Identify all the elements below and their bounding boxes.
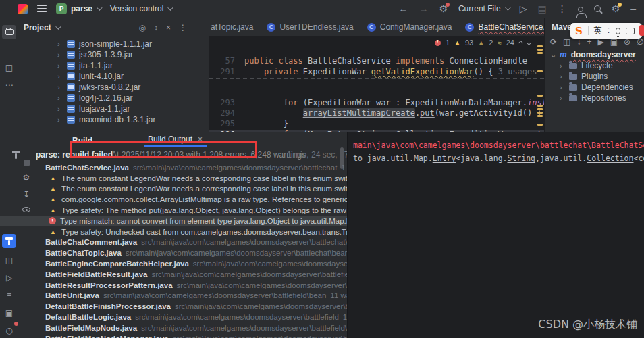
build-tree-row[interactable]: BattleFieldBattleResult.java src\main\ja… <box>0 269 347 280</box>
structure-tool-icon[interactable]: ◫ <box>2 60 16 74</box>
project-tree-item[interactable]: › maxmind-db-1.3.1.jar <box>18 114 209 125</box>
expand-all-icon[interactable]: ↕ <box>154 23 158 32</box>
code-with-me-icon[interactable] <box>578 4 583 14</box>
chevron-right-icon[interactable]: › <box>57 51 63 59</box>
build-tree-row[interactable]: Type mismatch: cannot convert from eleme… <box>0 216 347 226</box>
msg-link[interactable]: String <box>508 153 536 163</box>
run-configuration-select[interactable]: Current File <box>458 4 509 14</box>
run-button[interactable]: ▷ <box>520 4 527 14</box>
maven-tree-node[interactable]: › Plugins <box>550 71 644 82</box>
terminal-tool-icon[interactable]: ▣ <box>2 306 16 320</box>
sogou-logo[interactable]: S <box>575 25 583 37</box>
maven-toolbar-icon[interactable]: ◫ <box>563 37 570 47</box>
chevron-right-icon[interactable]: › <box>57 116 63 124</box>
editor-tab[interactable]: atTopic.java <box>209 18 260 36</box>
build-tree-row[interactable]: BattleResultProcessorPattern.java src\ma… <box>0 280 347 291</box>
project-panel-title[interactable]: Project <box>24 23 51 32</box>
build-tree-row[interactable]: The enum constant LegendWar needs a corr… <box>0 173 347 184</box>
inspections-widget-icon[interactable]: ⚙ <box>439 4 448 14</box>
stripe-mark[interactable] <box>537 95 543 97</box>
collapse-all-icon[interactable]: × <box>166 23 171 32</box>
build-project-icon[interactable]: ▤ <box>537 4 546 14</box>
project-widget[interactable]: P parse <box>56 3 101 14</box>
build-tool-icon[interactable] <box>2 234 16 248</box>
build-status-row[interactable]: parse: rebuild failed At 2025/11/12 20:0… <box>0 149 347 160</box>
build-tree-row[interactable]: BattleChatTopic.java src\main\java\com\c… <box>0 247 347 258</box>
build-tree-row[interactable]: BattleChatService.java src\main\java\com… <box>0 162 347 173</box>
chevron-right-icon[interactable]: › <box>560 72 565 80</box>
history-tool-icon[interactable]: ◷ <box>2 323 16 337</box>
minimize-button[interactable]: – <box>630 4 636 14</box>
keyboard-icon[interactable] <box>626 28 635 34</box>
build-tree-row[interactable]: BattleFieldMapNodeManager.java src\main\… <box>0 333 347 338</box>
ime-toolbar[interactable]: S 英 ⁚ <box>570 23 642 39</box>
maven-toolbar-icon[interactable]: + <box>587 37 591 47</box>
services-tool-icon[interactable]: ◫ <box>2 253 16 267</box>
build-tree-row[interactable]: DefaultBattleLogic.java src\main\java\co… <box>0 312 347 322</box>
build-tree-row[interactable]: BattleChatComment.java src\main\java\com… <box>0 237 347 248</box>
more-tool-windows-icon[interactable]: ⋯ <box>2 78 16 92</box>
maven-root-node[interactable]: ⌄ m doomsdayserver <box>550 49 644 60</box>
editor-tab[interactable]: C UserTDEndless.java <box>260 18 360 36</box>
editor-tab[interactable]: C ConfigManager.java <box>360 18 459 36</box>
stripe-mark[interactable] <box>537 52 543 54</box>
stripe-mark[interactable] <box>537 115 543 117</box>
stripe-mark[interactable] <box>537 49 543 51</box>
project-tree-item[interactable]: › junit-4.10.jar <box>18 71 209 82</box>
chevron-right-icon[interactable]: › <box>57 40 63 48</box>
forward-button[interactable]: → <box>419 4 428 14</box>
msg-link[interactable]: Entry <box>433 153 456 163</box>
hide-panel-icon[interactable]: — <box>195 23 203 32</box>
chevron-expanded-icon[interactable]: ⌄ <box>550 51 556 59</box>
build-tree-row[interactable]: Type safety: The method put(java.lang.Ob… <box>0 205 347 216</box>
build-tree-row[interactable]: BattleFieldMapNode.java src\main\java\co… <box>0 322 347 333</box>
inspections-widget[interactable]: 1 ▲ 93 ▲ 2 ≈ 24 <box>432 39 533 47</box>
close-icon[interactable]: × <box>198 135 203 144</box>
build-window-label[interactable]: Build <box>72 136 92 145</box>
maven-toolbar-icon[interactable]: ⟳ <box>550 37 557 47</box>
maven-toolbar-icon[interactable]: ⊘ <box>624 37 630 47</box>
project-tool-icon[interactable] <box>2 25 16 39</box>
project-tree-item[interactable]: › json-simple-1.1.1.jar <box>18 39 209 49</box>
stripe-mark[interactable] <box>537 112 543 114</box>
project-tree-item[interactable]: › jsr305-1.3.9.jar <box>18 49 209 60</box>
chevron-right-icon[interactable]: › <box>560 94 565 102</box>
settings-gear-icon[interactable]: ⚙ <box>612 4 620 14</box>
prev-problem-icon[interactable] <box>518 40 523 45</box>
build-tree-row[interactable]: The enum constant LegendWar needs a corr… <box>0 184 347 195</box>
build-tree-row[interactable]: Type safety: Unchecked cast from com.cam… <box>0 226 347 237</box>
stripe-mark[interactable] <box>537 70 543 72</box>
ime-tools-icon[interactable]: ⁚ <box>608 26 611 35</box>
search-everywhere-icon[interactable] <box>594 4 601 14</box>
build-tree-row[interactable]: BattleUnit.java src\main\java\com\camelg… <box>0 291 347 301</box>
stripe-mark[interactable] <box>537 108 543 110</box>
code-editor[interactable]: 57public class BattleChatService impleme… <box>209 37 544 132</box>
next-problem-icon[interactable] <box>527 40 531 45</box>
project-tree-item[interactable]: › log4j-1.2.16.jar <box>18 93 209 103</box>
microphone-icon[interactable] <box>616 28 620 34</box>
chevron-right-icon[interactable]: › <box>560 62 565 70</box>
chevron-right-icon[interactable]: › <box>57 94 63 102</box>
build-tree-row[interactable]: BattleEngineCompareBatchHelper.java src\… <box>0 258 347 269</box>
build-tree-row[interactable]: DefaultBattleFinishProcessor.java src\ma… <box>0 301 347 312</box>
maven-toolbar-icon[interactable]: ▣ <box>610 37 618 47</box>
more-actions-icon[interactable]: ⋮ <box>558 4 567 14</box>
vcs-widget[interactable]: Version control <box>110 4 171 14</box>
run-tool-icon[interactable]: ▷ <box>2 270 16 285</box>
error-message-line[interactable]: to java.util.Map.Entry<java.lang.String,… <box>353 153 644 163</box>
project-tree-item[interactable]: › luajava-1.1.jar <box>18 103 209 114</box>
msg-link[interactable]: Collection <box>587 153 633 163</box>
layers-tool-icon[interactable]: ≡ <box>2 288 16 302</box>
build-output-tab[interactable]: Build Output × <box>144 132 207 147</box>
project-tree-item[interactable]: › jwks-rsa-0.8.2.jar <box>18 82 209 93</box>
panel-options-icon[interactable]: ⋮ <box>179 23 187 32</box>
stripe-mark[interactable] <box>537 124 543 126</box>
stripe-mark[interactable] <box>537 105 543 107</box>
chevron-right-icon[interactable]: › <box>57 72 63 80</box>
locate-file-icon[interactable]: ◎ <box>139 23 146 32</box>
stripe-mark[interactable] <box>537 45 543 47</box>
chevron-right-icon[interactable]: › <box>57 62 63 70</box>
maven-tree-node[interactable]: › Lifecycle <box>550 60 644 71</box>
chevron-right-icon[interactable]: › <box>560 83 565 91</box>
main-menu-icon[interactable] <box>37 5 47 13</box>
